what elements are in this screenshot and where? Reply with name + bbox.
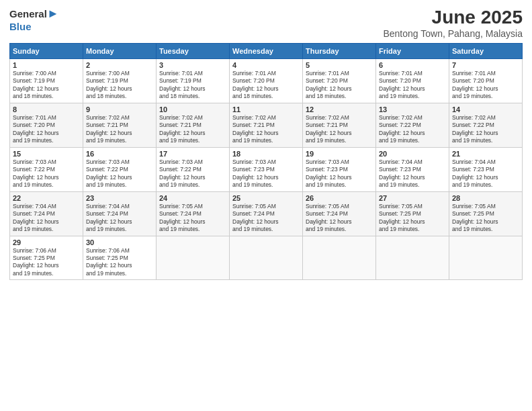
day-info: Sunrise: 7:05 AMSunset: 7:25 PMDaylight:… [379, 203, 446, 234]
day-info: Sunrise: 7:06 AMSunset: 7:25 PMDaylight:… [13, 247, 80, 278]
day-number: 20 [379, 150, 446, 158]
day-info: Sunrise: 7:02 AMSunset: 7:21 PMDaylight:… [159, 114, 226, 145]
calendar-cell: 14Sunrise: 7:02 AMSunset: 7:22 PMDayligh… [449, 103, 523, 147]
calendar-cell: 6Sunrise: 7:01 AMSunset: 7:20 PMDaylight… [376, 59, 449, 103]
day-number: 24 [159, 194, 226, 202]
day-number: 13 [379, 105, 446, 113]
calendar-cell: 20Sunrise: 7:04 AMSunset: 7:23 PMDayligh… [376, 147, 449, 191]
day-number: 26 [306, 194, 373, 202]
calendar-cell: 24Sunrise: 7:05 AMSunset: 7:24 PMDayligh… [157, 191, 230, 236]
day-info: Sunrise: 7:05 AMSunset: 7:25 PMDaylight:… [452, 203, 519, 234]
day-of-week-header: Tuesday [157, 44, 230, 59]
logo-text: General► [9, 7, 59, 21]
calendar-cell: 1Sunrise: 7:00 AMSunset: 7:19 PMDaylight… [10, 59, 83, 103]
day-info: Sunrise: 7:04 AMSunset: 7:23 PMDaylight:… [452, 158, 519, 189]
day-number: 29 [13, 238, 80, 246]
logo-blue: Blue [9, 21, 32, 32]
day-info: Sunrise: 7:02 AMSunset: 7:21 PMDaylight:… [232, 114, 300, 145]
day-info: Sunrise: 7:01 AMSunset: 7:20 PMDaylight:… [379, 70, 446, 101]
day-info: Sunrise: 7:02 AMSunset: 7:21 PMDaylight:… [306, 114, 373, 145]
day-info: Sunrise: 7:01 AMSunset: 7:19 PMDaylight:… [159, 70, 226, 101]
day-info: Sunrise: 7:04 AMSunset: 7:24 PMDaylight:… [13, 203, 80, 234]
calendar-cell: 22Sunrise: 7:04 AMSunset: 7:24 PMDayligh… [10, 191, 83, 236]
day-info: Sunrise: 7:03 AMSunset: 7:22 PMDaylight:… [13, 158, 80, 189]
day-number: 1 [13, 61, 80, 69]
day-of-week-header: Friday [376, 44, 449, 59]
calendar-cell: 4Sunrise: 7:01 AMSunset: 7:20 PMDaylight… [230, 59, 303, 103]
calendar-cell: 19Sunrise: 7:03 AMSunset: 7:23 PMDayligh… [303, 147, 376, 191]
day-info: Sunrise: 7:05 AMSunset: 7:24 PMDaylight:… [159, 203, 226, 234]
day-number: 7 [452, 61, 519, 69]
day-info: Sunrise: 7:02 AMSunset: 7:21 PMDaylight:… [86, 114, 153, 145]
logo: General► Blue [9, 7, 59, 33]
header: General► Blue June 2025 Bentong Town, Pa… [9, 7, 523, 39]
day-number: 16 [86, 150, 153, 158]
calendar-cell: 25Sunrise: 7:05 AMSunset: 7:24 PMDayligh… [230, 191, 303, 236]
calendar-cell [449, 236, 523, 280]
day-number: 28 [452, 194, 519, 202]
subtitle: Bentong Town, Pahang, Malaysia [383, 28, 523, 39]
day-number: 10 [159, 105, 226, 113]
calendar-cell: 8Sunrise: 7:01 AMSunset: 7:20 PMDaylight… [10, 103, 83, 147]
calendar-cell: 28Sunrise: 7:05 AMSunset: 7:25 PMDayligh… [449, 191, 523, 236]
day-number: 18 [232, 150, 300, 158]
day-of-week-header: Monday [83, 44, 157, 59]
calendar-cell: 10Sunrise: 7:02 AMSunset: 7:21 PMDayligh… [157, 103, 230, 147]
calendar-cell: 3Sunrise: 7:01 AMSunset: 7:19 PMDaylight… [157, 59, 230, 103]
day-number: 9 [86, 105, 153, 113]
day-number: 17 [159, 150, 226, 158]
day-number: 6 [379, 61, 446, 69]
day-info: Sunrise: 7:01 AMSunset: 7:20 PMDaylight:… [13, 114, 80, 145]
day-number: 22 [13, 194, 80, 202]
day-info: Sunrise: 7:04 AMSunset: 7:23 PMDaylight:… [379, 158, 446, 189]
calendar-table: SundayMondayTuesdayWednesdayThursdayFrid… [9, 43, 523, 280]
calendar-cell: 15Sunrise: 7:03 AMSunset: 7:22 PMDayligh… [10, 147, 83, 191]
day-of-week-header: Saturday [449, 44, 523, 59]
day-info: Sunrise: 7:02 AMSunset: 7:22 PMDaylight:… [452, 114, 519, 145]
calendar-cell [376, 236, 449, 280]
day-info: Sunrise: 7:02 AMSunset: 7:22 PMDaylight:… [379, 114, 446, 145]
day-of-week-header: Wednesday [230, 44, 303, 59]
calendar-cell: 18Sunrise: 7:03 AMSunset: 7:23 PMDayligh… [230, 147, 303, 191]
day-of-week-header: Sunday [10, 44, 83, 59]
calendar-cell: 16Sunrise: 7:03 AMSunset: 7:22 PMDayligh… [83, 147, 157, 191]
calendar-cell: 26Sunrise: 7:05 AMSunset: 7:24 PMDayligh… [303, 191, 376, 236]
calendar-cell: 9Sunrise: 7:02 AMSunset: 7:21 PMDaylight… [83, 103, 157, 147]
day-number: 14 [452, 105, 519, 113]
calendar-cell: 7Sunrise: 7:01 AMSunset: 7:20 PMDaylight… [449, 59, 523, 103]
calendar-cell: 27Sunrise: 7:05 AMSunset: 7:25 PMDayligh… [376, 191, 449, 236]
day-number: 27 [379, 194, 446, 202]
day-number: 2 [86, 61, 153, 69]
calendar-cell: 5Sunrise: 7:01 AMSunset: 7:20 PMDaylight… [303, 59, 376, 103]
calendar-cell: 21Sunrise: 7:04 AMSunset: 7:23 PMDayligh… [449, 147, 523, 191]
day-number: 12 [306, 105, 373, 113]
calendar-cell: 11Sunrise: 7:02 AMSunset: 7:21 PMDayligh… [230, 103, 303, 147]
day-info: Sunrise: 7:06 AMSunset: 7:25 PMDaylight:… [86, 247, 153, 278]
day-info: Sunrise: 7:03 AMSunset: 7:23 PMDaylight:… [306, 158, 373, 189]
calendar-cell [303, 236, 376, 280]
day-number: 5 [306, 61, 373, 69]
day-info: Sunrise: 7:05 AMSunset: 7:24 PMDaylight:… [306, 203, 373, 234]
calendar-cell: 2Sunrise: 7:00 AMSunset: 7:19 PMDaylight… [83, 59, 157, 103]
title-block: June 2025 Bentong Town, Pahang, Malaysia [383, 7, 523, 39]
day-info: Sunrise: 7:01 AMSunset: 7:20 PMDaylight:… [452, 70, 519, 101]
day-info: Sunrise: 7:05 AMSunset: 7:24 PMDaylight:… [232, 203, 300, 234]
day-info: Sunrise: 7:01 AMSunset: 7:20 PMDaylight:… [306, 70, 373, 101]
day-number: 8 [13, 105, 80, 113]
calendar-cell: 12Sunrise: 7:02 AMSunset: 7:21 PMDayligh… [303, 103, 376, 147]
day-number: 4 [232, 61, 300, 69]
day-of-week-header: Thursday [303, 44, 376, 59]
calendar-cell: 30Sunrise: 7:06 AMSunset: 7:25 PMDayligh… [83, 236, 157, 280]
day-info: Sunrise: 7:01 AMSunset: 7:20 PMDaylight:… [232, 70, 300, 101]
day-info: Sunrise: 7:00 AMSunset: 7:19 PMDaylight:… [13, 70, 80, 101]
day-info: Sunrise: 7:04 AMSunset: 7:24 PMDaylight:… [86, 203, 153, 234]
day-number: 21 [452, 150, 519, 158]
calendar-cell: 17Sunrise: 7:03 AMSunset: 7:22 PMDayligh… [157, 147, 230, 191]
page: General► Blue June 2025 Bentong Town, Pa… [0, 0, 532, 411]
calendar-cell: 29Sunrise: 7:06 AMSunset: 7:25 PMDayligh… [10, 236, 83, 280]
day-number: 25 [232, 194, 300, 202]
day-info: Sunrise: 7:00 AMSunset: 7:19 PMDaylight:… [86, 70, 153, 101]
day-number: 30 [86, 238, 153, 246]
day-number: 15 [13, 150, 80, 158]
calendar-cell [230, 236, 303, 280]
